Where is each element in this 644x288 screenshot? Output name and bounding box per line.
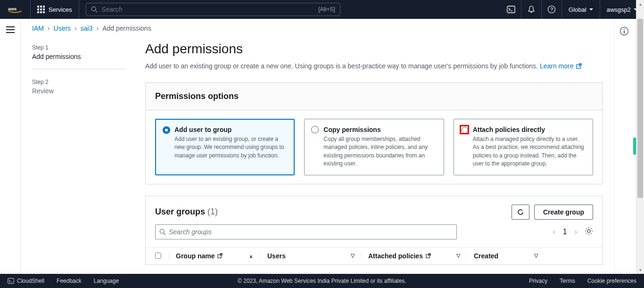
services-menu-button[interactable]: Services: [31, 0, 79, 19]
th-group-name[interactable]: Group name ▲: [176, 252, 261, 260]
refresh-button[interactable]: [512, 205, 529, 220]
global-search-input[interactable]: [101, 6, 318, 13]
search-icon: [159, 229, 166, 235]
footer-cloudshell[interactable]: CloudShell: [8, 278, 44, 284]
refresh-icon: [517, 208, 524, 216]
page-number: 1: [563, 228, 567, 236]
breadcrumb-users[interactable]: Users: [54, 25, 71, 32]
scrollbar-thumb[interactable]: [637, 19, 643, 198]
scroll-up-arrow[interactable]: ▴: [636, 0, 644, 8]
footer-cookies[interactable]: Cookie preferences: [587, 278, 636, 284]
info-button[interactable]: [619, 29, 629, 37]
aws-logo[interactable]: aws: [0, 0, 31, 19]
top-navigation: aws Services [Alt+S] ? Global awsgsp2: [0, 0, 644, 19]
external-link-icon: [217, 252, 223, 260]
svg-text:aws: aws: [8, 6, 17, 11]
create-group-button[interactable]: Create group: [534, 205, 593, 220]
help-button[interactable]: ?: [541, 0, 561, 19]
svg-rect-8: [40, 11, 42, 13]
footer-copyright: © 2023, Amazon Web Services India Privat…: [238, 278, 406, 284]
account-label: awsgsp2: [607, 6, 631, 13]
step-2: Step 2 Review: [32, 76, 126, 103]
option-copy-permissions[interactable]: Copy permissions Copy all group membersh…: [304, 119, 444, 175]
select-all-checkbox[interactable]: [155, 253, 161, 259]
svg-rect-9: [43, 11, 45, 13]
next-page-button[interactable]: ›: [575, 228, 577, 236]
page-desc-text: Add user to an existing group or create …: [145, 62, 540, 70]
radio-copy-permissions[interactable]: [311, 126, 319, 133]
th-attached-policies[interactable]: Attached policies ▽: [368, 252, 467, 260]
option-add-to-group-desc: Add user to an existing group, or create…: [174, 135, 288, 160]
learn-more-link[interactable]: Learn more: [540, 62, 582, 70]
th-users[interactable]: Users ▽: [267, 252, 362, 260]
svg-point-23: [587, 230, 590, 232]
pagination: ‹ 1 ›: [553, 227, 593, 237]
breadcrumb-user[interactable]: sai3: [81, 25, 93, 32]
permissions-options-heading: Permissions options: [155, 91, 593, 101]
svg-rect-31: [8, 279, 14, 284]
feedback-edge-tab[interactable]: [633, 138, 636, 155]
region-label: Global: [569, 6, 586, 13]
radio-attach-policies[interactable]: [461, 126, 468, 133]
footer-bar: CloudShell Feedback Language © 2023, Ama…: [0, 274, 644, 288]
sort-icon: ▲: [248, 253, 254, 259]
svg-rect-6: [43, 8, 45, 10]
breadcrumb-iam[interactable]: IAM: [32, 25, 44, 32]
services-label: Services: [49, 6, 72, 13]
svg-rect-1: [37, 6, 39, 8]
step-1: Step 1 Add permissions: [32, 41, 126, 69]
user-groups-count: (1): [207, 207, 218, 216]
option-add-to-group-title: Add user to group: [174, 126, 288, 133]
svg-line-22: [164, 233, 165, 235]
svg-point-10: [91, 7, 96, 11]
gear-icon: [585, 227, 593, 235]
radio-add-to-group[interactable]: [163, 126, 170, 134]
hamburger-icon[interactable]: [6, 26, 15, 35]
svg-rect-4: [37, 8, 39, 10]
help-icon: ?: [547, 5, 556, 14]
global-search[interactable]: [Alt+S]: [86, 3, 340, 16]
breadcrumb: IAM › Users › sai3 › Add permissions: [21, 19, 614, 41]
permissions-options-panel: Permissions options Add user to group Ad…: [145, 82, 603, 184]
external-link-icon: [576, 62, 582, 67]
caret-down-icon: [589, 8, 593, 10]
search-groups-input[interactable]: [169, 228, 453, 236]
wizard-steps: Step 1 Add permissions Step 2 Review: [32, 41, 126, 274]
user-groups-title: User groups (1): [155, 207, 218, 217]
table-settings-button[interactable]: [585, 227, 593, 237]
footer-feedback[interactable]: Feedback: [57, 278, 82, 284]
search-groups-field[interactable]: [155, 224, 457, 239]
option-attach-policies[interactable]: Attach policies directly Attach a manage…: [454, 119, 593, 175]
footer-privacy[interactable]: Privacy: [529, 278, 547, 284]
option-add-to-group[interactable]: Add user to group Add user to an existin…: [155, 119, 295, 175]
footer-terms[interactable]: Terms: [560, 278, 575, 284]
search-icon: [91, 6, 98, 13]
step-1-label: Step 1: [32, 44, 126, 51]
svg-rect-3: [43, 6, 45, 8]
svg-rect-7: [37, 11, 39, 13]
sort-icon: ▽: [456, 253, 460, 259]
groups-table-header: Group name ▲ Users ▽ Attached policies ▽: [146, 247, 603, 264]
bell-icon: [527, 5, 536, 14]
cloudshell-icon: [8, 278, 14, 284]
user-groups-panel: User groups (1) Create group: [145, 196, 603, 265]
chevron-right-icon: ›: [96, 25, 99, 32]
option-copy-permissions-desc: Copy all group memberships, attached man…: [323, 135, 437, 168]
sort-icon: ▽: [351, 253, 355, 259]
option-attach-policies-desc: Attach a managed policy directly to a us…: [473, 135, 586, 168]
step-2-label: Step 2: [32, 79, 126, 85]
svg-rect-2: [40, 6, 42, 8]
notifications-button[interactable]: [521, 0, 541, 19]
step-divider: [32, 69, 126, 69]
scroll-down-arrow[interactable]: ▾: [636, 266, 644, 274]
chevron-right-icon: ›: [48, 25, 50, 32]
th-created[interactable]: Created ▽: [474, 252, 545, 260]
svg-rect-5: [40, 8, 42, 10]
info-rail: [615, 19, 634, 274]
page-description: Add user to an existing group or create …: [145, 61, 603, 71]
cloudshell-icon-button[interactable]: [501, 0, 521, 19]
prev-page-button[interactable]: ‹: [553, 228, 555, 236]
vertical-scrollbar[interactable]: ▴ ▾: [636, 0, 644, 274]
region-selector[interactable]: Global: [561, 0, 600, 19]
footer-language[interactable]: Language: [94, 278, 119, 284]
